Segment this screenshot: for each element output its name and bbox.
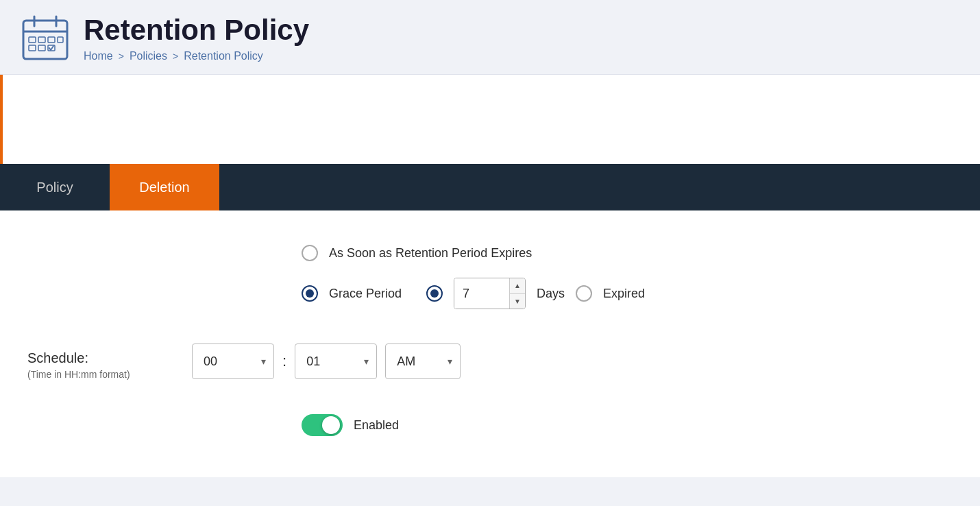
hours-select-wrapper: 00 01 02 03 04 05 06 07 08 09 10 11 12 ▾ xyxy=(192,344,274,379)
radio-grace-period[interactable] xyxy=(302,285,318,302)
header-text-group: Retention Policy Home > Policies > Reten… xyxy=(84,14,309,62)
expired-label: Expired xyxy=(603,287,645,301)
hours-select[interactable]: 00 01 02 03 04 05 06 07 08 09 10 11 12 xyxy=(192,344,274,379)
option-as-soon-as-row: As Soon as Retention Period Expires xyxy=(302,245,953,261)
orange-bar-section xyxy=(0,75,980,164)
grace-period-controls: ▲ ▼ Days Expired xyxy=(426,278,645,309)
deletion-options: As Soon as Retention Period Expires Grac… xyxy=(0,231,980,323)
page-header: Retention Policy Home > Policies > Reten… xyxy=(0,0,980,75)
breadcrumb-sep-2: > xyxy=(173,51,178,62)
radio-as-soon-as[interactable] xyxy=(302,245,318,261)
label-grace-period: Grace Period xyxy=(329,287,402,301)
svg-rect-5 xyxy=(38,37,45,43)
label-as-soon-as: As Soon as Retention Period Expires xyxy=(329,246,532,261)
svg-rect-8 xyxy=(29,45,36,51)
enabled-toggle[interactable] xyxy=(302,414,343,436)
toggle-slider xyxy=(302,414,343,436)
svg-rect-9 xyxy=(38,45,45,51)
breadcrumb-sep-1: > xyxy=(119,51,124,62)
breadcrumb: Home > Policies > Retention Policy xyxy=(84,50,309,62)
minutes-select[interactable]: 00 01 02 03 04 05 10 15 20 30 45 59 xyxy=(295,344,377,379)
ampm-select[interactable]: AM PM xyxy=(385,344,461,379)
svg-rect-6 xyxy=(48,37,55,43)
option-grace-period-row: Grace Period ▲ ▼ Days Expired xyxy=(302,278,953,309)
spinner-down-button[interactable]: ▼ xyxy=(510,294,525,309)
calendar-icon xyxy=(21,14,70,63)
ampm-select-wrapper: AM PM ▾ xyxy=(385,344,461,379)
schedule-label-group: Schedule: (Time in HH:mm format) xyxy=(27,344,164,380)
svg-rect-7 xyxy=(58,37,63,43)
spinner-up-button[interactable]: ▲ xyxy=(510,278,525,294)
breadcrumb-policies[interactable]: Policies xyxy=(130,50,167,62)
radio-expired[interactable] xyxy=(576,285,592,302)
grace-period-number-wrapper: ▲ ▼ xyxy=(454,278,526,309)
minutes-select-wrapper: 00 01 02 03 04 05 10 15 20 30 45 59 ▾ xyxy=(295,344,377,379)
main-content: As Soon as Retention Period Expires Grac… xyxy=(0,210,980,477)
schedule-label: Schedule: xyxy=(27,350,164,366)
colon-separator: : xyxy=(282,352,286,370)
tab-bar: Policy Deletion xyxy=(0,164,980,210)
schedule-sublabel: (Time in HH:mm format) xyxy=(27,369,164,380)
grace-period-number-input[interactable] xyxy=(454,278,509,309)
spinner-buttons: ▲ ▼ xyxy=(509,278,525,309)
tab-deletion[interactable]: Deletion xyxy=(110,164,219,210)
page-title: Retention Policy xyxy=(84,14,309,46)
enabled-label: Enabled xyxy=(354,418,399,433)
schedule-section: Schedule: (Time in HH:mm format) 00 01 0… xyxy=(0,330,980,394)
schedule-controls: 00 01 02 03 04 05 06 07 08 09 10 11 12 ▾… xyxy=(192,344,461,379)
toggle-section: Enabled xyxy=(0,400,980,450)
radio-days[interactable] xyxy=(426,285,443,302)
days-label: Days xyxy=(537,287,565,301)
breadcrumb-home[interactable]: Home xyxy=(84,50,113,62)
breadcrumb-current: Retention Policy xyxy=(184,50,263,62)
svg-rect-4 xyxy=(29,37,36,43)
tab-policy[interactable]: Policy xyxy=(0,164,110,210)
